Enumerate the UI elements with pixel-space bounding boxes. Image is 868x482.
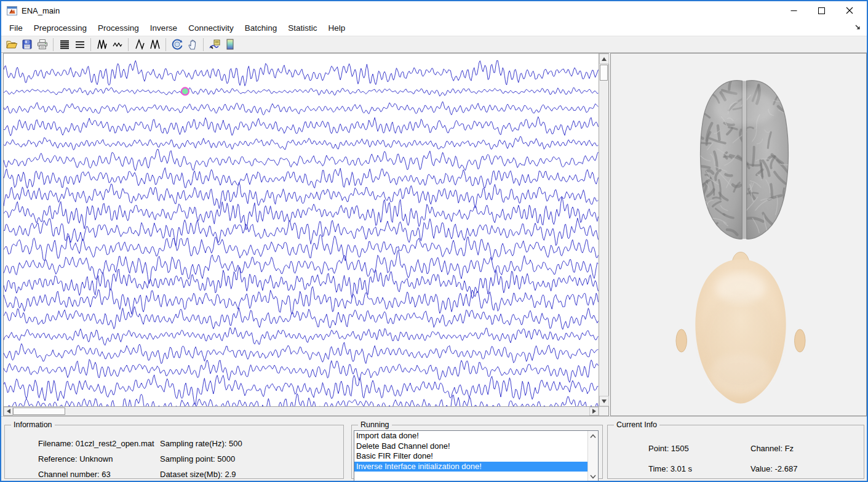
chevron-up-icon[interactable]	[589, 433, 597, 440]
brain-sulcus	[688, 187, 702, 188]
sampling-point-value: Sampling point: 5000	[160, 454, 235, 464]
dock-figure-icon[interactable]	[854, 23, 862, 31]
information-title: Information	[11, 420, 55, 429]
eeg-channel-trace	[4, 117, 598, 136]
open-button[interactable]	[4, 37, 19, 52]
menu-inverse[interactable]: Inverse	[145, 21, 183, 35]
brain-top-view[interactable]	[688, 68, 800, 248]
eeg-vertical-scrollbar[interactable]	[599, 54, 608, 406]
maximize-icon	[818, 7, 825, 14]
pan-hand-icon	[186, 38, 199, 50]
vertical-scroll-thumb[interactable]	[600, 65, 608, 81]
point-value: Point: 1505	[648, 444, 689, 453]
amplitude-decrease-button[interactable]	[109, 37, 125, 52]
toolbar-separator	[53, 38, 54, 51]
brain-sulcus	[790, 177, 792, 193]
menu-file[interactable]: File	[4, 21, 28, 35]
scroll-up-button[interactable]	[599, 54, 609, 64]
brain-sulcus	[725, 174, 731, 175]
running-list-item-selected[interactable]: Inverse Interface initialization done!	[354, 462, 587, 472]
eeg-channel-trace	[4, 394, 598, 407]
channels-sparse-button[interactable]	[72, 37, 87, 52]
menu-statistic[interactable]: Statistic	[282, 21, 322, 35]
time-compress-button[interactable]	[147, 37, 162, 52]
running-list-scrollbar[interactable]	[587, 431, 598, 482]
channels-sparse-icon	[74, 39, 86, 50]
arrow-left-icon	[7, 409, 10, 414]
menu-processing[interactable]: Processing	[92, 21, 145, 35]
event-mark-button[interactable]	[207, 37, 222, 52]
eeg-horizontal-scrollbar[interactable]	[4, 406, 599, 416]
eeg-channel-trace	[4, 307, 598, 329]
eeg-channel-trace	[4, 342, 598, 364]
running-list-item[interactable]: Delete Bad Channel done!	[354, 441, 587, 452]
event-mark-icon	[209, 38, 221, 50]
information-panel: Information Filename: 01czl_rest2_open.m…	[4, 420, 344, 479]
brain-sulcus	[718, 126, 720, 140]
scroll-down-button[interactable]	[599, 396, 609, 406]
scrollbar-corner	[599, 406, 608, 416]
time-expand-icon	[134, 39, 145, 50]
eeg-channel-trace	[4, 197, 598, 230]
toolbar	[1, 36, 867, 53]
channels-dense-button[interactable]	[57, 37, 72, 52]
eeg-channel-trace	[4, 218, 598, 246]
horizontal-scroll-thumb[interactable]	[13, 408, 65, 415]
brain-sulcus	[753, 147, 754, 166]
toolbar-separator	[203, 38, 204, 51]
scroll-left-button[interactable]	[4, 407, 13, 416]
eeg-channel-trace	[4, 167, 598, 188]
running-listbox[interactable]: Import data done! Delete Bad Channel don…	[354, 430, 599, 482]
minimize-button[interactable]	[780, 1, 808, 20]
eeg-channel-trace	[4, 235, 598, 261]
sampling-rate-value: Sampling rate(Hz): 500	[160, 439, 242, 448]
print-button[interactable]	[34, 37, 50, 52]
toolbar-separator	[128, 38, 129, 51]
pan-button[interactable]	[185, 37, 200, 52]
rotate-3d-button[interactable]	[169, 37, 185, 52]
title-bar: ENA_main	[1, 1, 867, 20]
bottom-panels: Information Filename: 01czl_rest2_open.m…	[1, 416, 867, 481]
menu-batching[interactable]: Batching	[239, 21, 283, 35]
right-ear	[795, 329, 806, 352]
time-compress-icon	[149, 39, 161, 50]
eeg-channel-trace	[4, 87, 598, 96]
running-panel: Running Import data done! Delete Bad Cha…	[351, 420, 603, 479]
chevron-down-icon[interactable]	[589, 473, 597, 480]
arrow-up-icon	[602, 57, 607, 61]
menu-connectivity[interactable]: Connectivity	[183, 21, 239, 35]
scalp-top-view[interactable]	[675, 251, 806, 407]
scroll-right-button[interactable]	[589, 407, 599, 416]
menu-help[interactable]: Help	[323, 21, 351, 35]
save-button[interactable]	[19, 37, 34, 52]
minimize-icon	[790, 7, 797, 14]
channel-value: Channel: Fz	[751, 444, 794, 453]
print-icon	[36, 39, 49, 50]
current-info-title: Current Info	[614, 420, 659, 429]
left-ear	[676, 329, 687, 352]
time-expand-button[interactable]	[132, 37, 147, 52]
running-title: Running	[358, 420, 392, 429]
eeg-channel-trace	[4, 182, 598, 209]
close-button[interactable]	[835, 1, 863, 20]
arrow-right-icon	[592, 409, 596, 414]
eeg-channel-trace	[4, 359, 598, 383]
amplitude-increase-button[interactable]	[94, 37, 109, 52]
arrow-down-icon	[602, 400, 607, 403]
brain-sulcus	[790, 155, 796, 173]
maximize-button[interactable]	[808, 1, 835, 20]
eeg-channel-trace	[4, 327, 598, 345]
eeg-channel-trace	[4, 136, 598, 150]
eeg-trace-plot[interactable]	[4, 54, 599, 406]
colormap-button[interactable]	[222, 37, 237, 52]
brain-sulcus	[771, 184, 772, 197]
running-list-item[interactable]: Basic FIR Filter done!	[354, 451, 587, 462]
running-list-item[interactable]: Import data done!	[354, 431, 587, 441]
menu-preprocessing[interactable]: Preprocessing	[28, 21, 92, 35]
brain-sulcus	[700, 143, 711, 143]
window-title: ENA_main	[22, 6, 60, 15]
toolbar-separator	[165, 38, 166, 51]
eeg-channel-trace	[4, 287, 598, 315]
current-info-panel: Current Info Point: 1505 Time: 3.01 s Ch…	[607, 420, 864, 479]
amplitude-decrease-icon	[112, 39, 123, 50]
